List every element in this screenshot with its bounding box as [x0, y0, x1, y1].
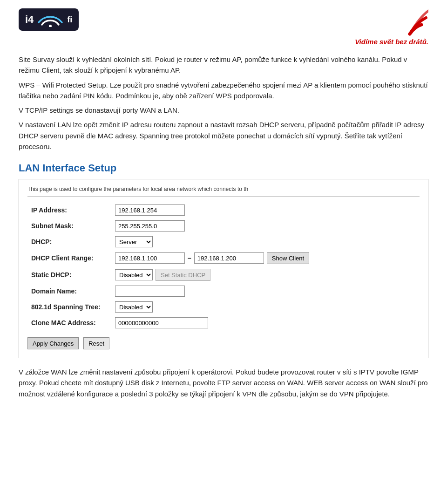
outro-section: V záložce WAN lze změnit nastavení způso… [19, 367, 428, 399]
table-row: 802.1d Spanning Tree: Disabled Enabled [27, 299, 420, 315]
wifi-arcs-decoration [382, 8, 428, 36]
intro-p4: V nastavení LAN lze opět změnit IP adres… [19, 119, 428, 152]
domain-name-input[interactable] [115, 286, 185, 297]
clone-mac-input[interactable] [115, 317, 208, 328]
intro-p1: Site Survay slouží k vyhledání okolních … [19, 54, 428, 76]
static-dhcp-select[interactable]: Disabled Enabled [115, 269, 153, 280]
domain-name-label: Domain Name: [27, 283, 111, 299]
subnet-mask-label: Subnet Mask: [27, 218, 111, 234]
show-client-button[interactable]: Show Client [267, 252, 309, 264]
dhcp-select[interactable]: Server Client Disabled [115, 236, 153, 247]
clone-mac-label: Clone MAC Address: [27, 315, 111, 331]
lan-settings-table: IP Address: Subnet Mask: DHCP: Server Cl… [27, 202, 420, 331]
section-title: LAN Interface Setup [19, 162, 428, 174]
static-dhcp-row: Disabled Enabled Set Static DHCP [115, 269, 416, 281]
static-dhcp-label: Static DHCP: [27, 266, 111, 283]
table-row: Static DHCP: Disabled Enabled Set Static… [27, 266, 420, 283]
spanning-tree-label: 802.1d Spanning Tree: [27, 299, 111, 315]
logo-wifi-icon [36, 12, 64, 27]
logo: i4 fi [19, 8, 79, 31]
dhcp-range-dash: – [188, 254, 191, 262]
dhcp-label: DHCP: [27, 234, 111, 250]
page-header: i4 fi Vidíme svět bez drátů. [19, 8, 428, 46]
logo-text: fi [67, 15, 72, 25]
table-row: DHCP Client Range: – Show Client [27, 250, 420, 266]
table-row: IP Address: [27, 202, 420, 218]
ip-address-label: IP Address: [27, 202, 111, 218]
intro-section: Site Survay slouží k vyhledání okolních … [19, 54, 428, 152]
set-static-dhcp-button[interactable]: Set Static DHCP [156, 269, 210, 281]
dhcp-range-from-input[interactable] [115, 252, 185, 264]
dhcp-range-row: – Show Client [115, 252, 416, 264]
dhcp-range-to-input[interactable] [194, 252, 264, 264]
tagline-area: Vidíme svět bez drátů. [355, 8, 428, 46]
dhcp-client-range-label: DHCP Client Range: [27, 250, 111, 266]
lan-form-wrapper: This page is used to configure the param… [19, 179, 428, 358]
outro-p1: V záložce WAN lze změnit nastavení způso… [19, 367, 428, 399]
svg-point-0 [49, 25, 52, 27]
apply-changes-button[interactable]: Apply Changes [27, 337, 79, 349]
form-actions: Apply Changes Reset [27, 337, 420, 349]
logo-i4-text: i4 [25, 14, 34, 26]
subnet-mask-input[interactable] [115, 220, 185, 232]
table-row: Domain Name: [27, 283, 420, 299]
intro-p2: WPS – Wifi Protected Setup. Lze použít p… [19, 80, 428, 102]
table-row: Subnet Mask: [27, 218, 420, 234]
ip-address-input[interactable] [115, 204, 185, 216]
intro-p3: V TCP/IP settings se donastavují porty W… [19, 105, 428, 116]
spanning-tree-select[interactable]: Disabled Enabled [115, 301, 153, 313]
tagline-text: Vidíme svět bez drátů. [355, 38, 428, 46]
form-description: This page is used to configure the param… [27, 186, 420, 197]
table-row: DHCP: Server Client Disabled [27, 234, 420, 250]
table-row: Clone MAC Address: [27, 315, 420, 331]
reset-button[interactable]: Reset [83, 337, 109, 349]
